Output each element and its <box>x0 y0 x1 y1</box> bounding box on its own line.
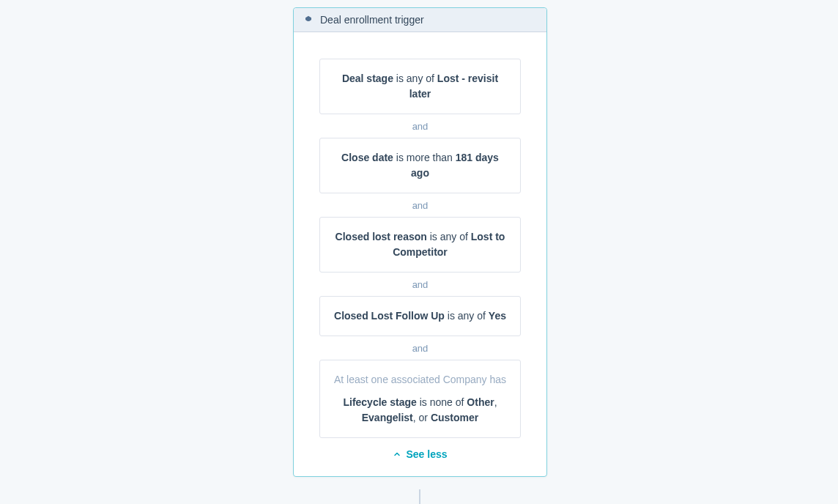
handshake-icon <box>303 14 314 26</box>
criteria-box-follow-up[interactable]: Closed Lost Follow Up is any of Yes <box>319 296 521 336</box>
criteria-value: Evangelist <box>362 412 413 423</box>
criteria-field: Close date <box>341 152 393 163</box>
criteria-sep: , <box>494 396 497 408</box>
criteria-field: Lifecycle stage <box>343 396 416 408</box>
criteria-text: Close date is more than 181 days ago <box>332 150 508 181</box>
criteria-operator: is any of <box>427 231 471 242</box>
criteria-sep: , or <box>413 412 431 423</box>
connector-label: and <box>412 279 429 290</box>
connector-label: and <box>412 121 429 132</box>
criteria-operator: is none of <box>417 396 467 408</box>
trigger-header: Deal enrollment trigger <box>294 8 546 32</box>
flow-connector-line <box>419 489 420 504</box>
connector-label: and <box>412 343 429 354</box>
criteria-text: Closed lost reason is any of Lost to Com… <box>332 229 508 260</box>
criteria-box-associated-company[interactable]: At least one associated Company has Life… <box>319 360 521 438</box>
criteria-value: Other <box>467 396 494 408</box>
connector: and <box>319 336 521 360</box>
criteria-field: Deal stage <box>342 73 393 84</box>
see-less-label: See less <box>406 448 447 460</box>
connector: and <box>319 114 521 138</box>
connector-label: and <box>412 200 429 211</box>
criteria-association-text: At least one associated Company has <box>332 372 508 388</box>
chevron-up-icon <box>393 450 401 459</box>
connector: and <box>319 193 521 217</box>
criteria-text: Deal stage is any of Lost - revisit late… <box>332 71 508 102</box>
criteria-value: Customer <box>431 412 478 423</box>
criteria-field: Closed lost reason <box>335 231 427 242</box>
see-less-button[interactable]: See less <box>319 438 521 463</box>
criteria-operator: is more than <box>393 152 456 163</box>
criteria-box-close-date[interactable]: Close date is more than 181 days ago <box>319 138 521 193</box>
criteria-text: Closed Lost Follow Up is any of Yes <box>332 308 508 324</box>
criteria-operator: is any of <box>393 73 437 84</box>
criteria-text: Lifecycle stage is none of Other, Evange… <box>332 395 508 426</box>
criteria-value: Yes <box>489 310 506 322</box>
criteria-box-deal-stage[interactable]: Deal stage is any of Lost - revisit late… <box>319 59 521 114</box>
criteria-box-closed-lost-reason[interactable]: Closed lost reason is any of Lost to Com… <box>319 217 521 273</box>
trigger-body: Deal stage is any of Lost - revisit late… <box>294 32 546 476</box>
criteria-operator: is any of <box>445 310 489 322</box>
trigger-header-title: Deal enrollment trigger <box>320 14 424 26</box>
trigger-card[interactable]: Deal enrollment trigger Deal stage is an… <box>293 7 547 477</box>
connector: and <box>319 273 521 296</box>
criteria-field: Closed Lost Follow Up <box>334 310 445 322</box>
